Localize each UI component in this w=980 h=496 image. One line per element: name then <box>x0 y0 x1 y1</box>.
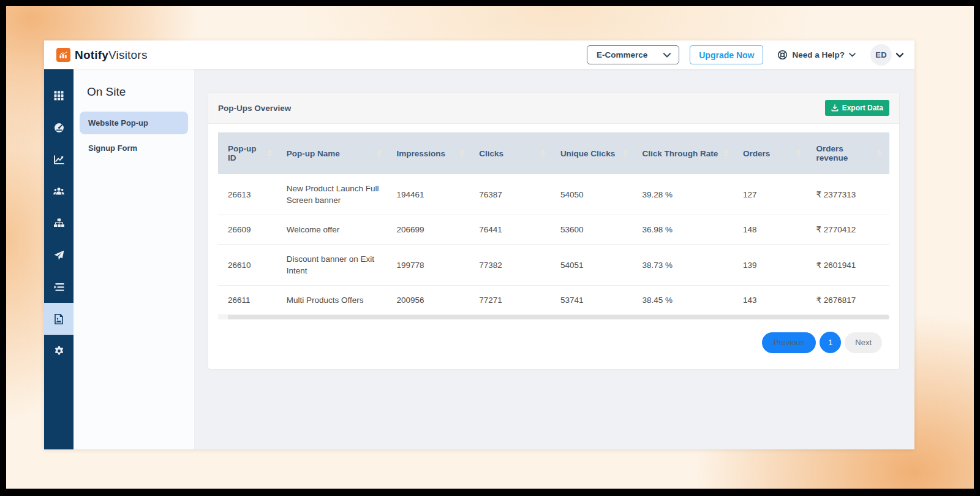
cell-popup-name: New Product Launch Full Screen banner <box>279 174 390 215</box>
chevron-down-icon <box>849 53 856 57</box>
paper-plane-icon <box>54 250 64 261</box>
cell-orders: 148 <box>736 215 809 245</box>
cell-orders-revenue: ₹ 2377313 <box>809 174 889 215</box>
grid-icon <box>54 91 64 101</box>
cell-clicks: 77382 <box>472 245 553 286</box>
cell-popup-id: 26609 <box>218 215 279 245</box>
upgrade-now-button[interactable]: Upgrade Now <box>690 45 763 64</box>
brand-name: NotifyVisitors <box>75 48 148 62</box>
cell-impressions: 199778 <box>389 245 472 286</box>
brand-name-bold: Notify <box>75 48 108 61</box>
cell-popup-id: 26611 <box>218 286 279 315</box>
sidebar-item-segments[interactable] <box>44 207 74 239</box>
popups-table-zone: Pop-up ID Pop-up Name Impressions Clicks… <box>218 132 889 319</box>
sort-icon[interactable] <box>623 150 628 157</box>
column-header-popup-id[interactable]: Pop-up ID <box>218 132 279 174</box>
column-header-orders[interactable]: Orders <box>736 132 809 174</box>
sidebar-item-grid[interactable] <box>44 80 74 112</box>
popups-table: Pop-up ID Pop-up Name Impressions Clicks… <box>218 132 889 315</box>
column-header-popup-name[interactable]: Pop-up Name <box>279 132 390 174</box>
chevron-down-icon <box>896 53 903 58</box>
cell-popup-id: 26610 <box>218 245 279 286</box>
sidebar-item-dashboard[interactable] <box>44 112 74 143</box>
download-icon <box>831 104 839 112</box>
users-icon <box>53 186 64 196</box>
cell-popup-name: Multi Products Offers <box>279 286 390 315</box>
sitemap-icon <box>54 218 64 228</box>
column-header-clicks[interactable]: Clicks <box>472 132 553 174</box>
brand-logo[interactable]: NotifyVisitors <box>56 48 148 62</box>
cell-orders: 143 <box>736 286 809 315</box>
cell-ctr: 36.98 % <box>635 215 736 245</box>
cell-orders: 127 <box>736 174 809 215</box>
scrollbar-thumb[interactable] <box>218 315 228 319</box>
sidebar-item-popups[interactable] <box>44 303 74 335</box>
sort-icon[interactable] <box>267 150 272 157</box>
cell-orders-revenue: ₹ 2770412 <box>809 215 889 245</box>
column-header-ctr[interactable]: Click Through Rate <box>635 132 736 174</box>
brand-name-light: Visitors <box>108 48 148 61</box>
cell-orders-revenue: ₹ 2676817 <box>809 286 889 315</box>
column-header-orders-revenue[interactable]: Orders revenue <box>809 132 889 174</box>
main-content: Pop-Ups Overview Export Data <box>195 69 914 449</box>
sort-icon[interactable] <box>459 150 464 157</box>
cell-popup-id: 26613 <box>218 174 279 215</box>
page-1-button[interactable]: 1 <box>820 332 841 353</box>
bar-chart-icon <box>56 48 70 62</box>
cell-clicks: 76441 <box>472 215 553 245</box>
desktop-background: NotifyVisitors E-Commerce Upgrade Now Ne… <box>6 6 974 489</box>
sort-icon[interactable] <box>796 150 801 157</box>
help-label: Need a Help? <box>792 50 845 59</box>
cell-unique-clicks: 53741 <box>553 286 635 315</box>
help-menu[interactable]: Need a Help? <box>777 50 856 60</box>
cell-unique-clicks: 54051 <box>553 245 635 286</box>
horizontal-scrollbar[interactable] <box>218 315 889 319</box>
cell-impressions: 206699 <box>389 215 472 245</box>
column-header-impressions[interactable]: Impressions <box>389 132 472 174</box>
table-row: 26611 Multi Products Offers 200956 77271… <box>218 286 889 315</box>
cell-impressions: 200956 <box>389 286 472 315</box>
cell-unique-clicks: 53600 <box>553 215 635 245</box>
cell-impressions: 194461 <box>389 174 472 215</box>
gear-icon <box>54 346 64 356</box>
sort-icon[interactable] <box>541 150 546 157</box>
sort-icon[interactable] <box>377 150 382 157</box>
sidebar-item-audience[interactable] <box>44 175 74 207</box>
chevron-down-icon <box>663 53 671 58</box>
export-label: Export Data <box>842 104 883 112</box>
previous-page-button[interactable]: Previous <box>762 332 816 353</box>
top-navbar: NotifyVisitors E-Commerce Upgrade Now Ne… <box>44 40 914 69</box>
sidebar-item-journeys[interactable] <box>44 271 74 303</box>
cell-popup-name: Discount banner on Exit Intent <box>279 245 390 286</box>
cell-orders-revenue: ₹ 2601941 <box>809 245 889 286</box>
sidebar-item-settings[interactable] <box>44 335 74 367</box>
table-row: 26610 Discount banner on Exit Intent 199… <box>218 245 889 286</box>
sidebar-item-analytics[interactable] <box>44 143 74 175</box>
cell-ctr: 38.73 % <box>635 245 736 286</box>
cell-unique-clicks: 54050 <box>553 174 635 215</box>
cell-ctr: 39.28 % <box>635 174 736 215</box>
workspace-selector[interactable]: E-Commerce <box>587 45 679 64</box>
next-page-button[interactable]: Next <box>845 332 882 353</box>
pagination: Previous 1 Next <box>208 319 899 369</box>
export-data-button[interactable]: Export Data <box>825 100 889 116</box>
icon-sidebar <box>44 69 74 449</box>
table-row: 26609 Welcome offer 206699 76441 53600 3… <box>218 215 889 245</box>
image-icon <box>54 314 64 324</box>
card-header: Pop-Ups Overview Export Data <box>208 93 899 124</box>
onsite-subnav: On Site Website Pop-up Signup Form <box>74 69 195 449</box>
sort-icon[interactable] <box>723 150 728 157</box>
avatar: ED <box>870 44 892 66</box>
workspace-label: E-Commerce <box>597 50 647 59</box>
sort-icon[interactable] <box>877 150 882 157</box>
column-header-unique-clicks[interactable]: Unique Clicks <box>553 132 635 174</box>
subnav-item-signup-form[interactable]: Signup Form <box>80 137 188 159</box>
lifebuoy-icon <box>777 50 788 60</box>
stream-icon <box>54 283 64 292</box>
table-row: 26613 New Product Launch Full Screen ban… <box>218 174 889 215</box>
sidebar-item-campaigns[interactable] <box>44 239 74 271</box>
account-menu[interactable]: ED <box>870 44 903 66</box>
table-header-row: Pop-up ID Pop-up Name Impressions Clicks… <box>218 132 889 174</box>
cell-clicks: 76387 <box>472 174 553 215</box>
subnav-item-website-popup[interactable]: Website Pop-up <box>80 112 188 134</box>
